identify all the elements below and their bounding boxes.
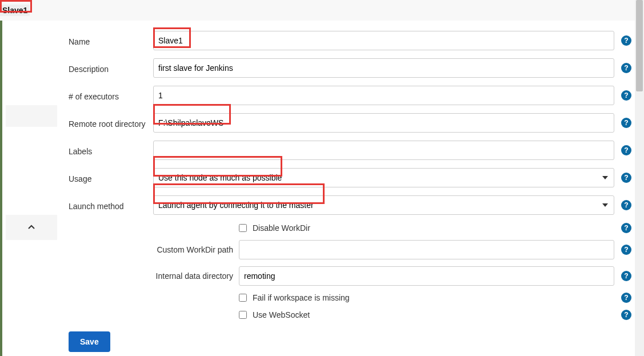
row-save: Save: [69, 331, 633, 352]
row-launch-method: Launch method Launch agent by connecting…: [69, 195, 633, 215]
label-internal-data-dir: Internal data directory: [153, 271, 239, 281]
help-icon[interactable]: ?: [621, 63, 631, 73]
sidebar-item[interactable]: [6, 105, 57, 127]
help-icon[interactable]: ?: [621, 118, 631, 128]
row-use-websocket: Use WebSocket ?: [153, 310, 633, 320]
sidebar: [0, 21, 57, 356]
input-name[interactable]: [153, 31, 614, 50]
input-custom-workdir[interactable]: [239, 240, 614, 259]
row-fail-if-missing: Fail if workspace is missing ?: [153, 293, 633, 303]
row-custom-workdir: Custom WorkDir path ?: [153, 240, 633, 259]
help-icon[interactable]: ?: [621, 310, 631, 320]
label-remote-root: Remote root directory: [69, 117, 153, 129]
help-icon[interactable]: ?: [621, 293, 631, 303]
scrollbar[interactable]: [635, 0, 644, 356]
help-icon[interactable]: ?: [621, 271, 631, 281]
input-internal-data-dir[interactable]: [239, 266, 614, 286]
input-labels[interactable]: [153, 141, 614, 160]
help-icon[interactable]: ?: [621, 35, 631, 46]
body-wrap: Name ? Description ? # of executors: [0, 21, 644, 356]
label-usage: Usage: [69, 172, 153, 183]
select-usage[interactable]: Use this node as much as possible: [153, 168, 614, 187]
help-icon[interactable]: ?: [621, 200, 631, 210]
chevron-up-icon: [27, 223, 35, 231]
save-button[interactable]: Save: [69, 331, 110, 352]
row-remote-root: Remote root directory ?: [69, 113, 633, 133]
checkbox-fail-if-missing[interactable]: [239, 294, 247, 302]
row-description: Description ?: [69, 58, 633, 78]
label-name: Name: [69, 35, 153, 46]
label-executors: # of executors: [69, 90, 153, 101]
input-executors[interactable]: [153, 86, 614, 105]
launch-method-subsection: Disable WorkDir ? Custom WorkDir path ? …: [153, 223, 633, 320]
label-description: Description: [69, 62, 153, 74]
label-use-websocket: Use WebSocket: [253, 310, 620, 319]
help-icon[interactable]: ?: [621, 145, 631, 155]
label-custom-workdir: Custom WorkDir path: [153, 245, 239, 254]
row-internal-data-dir: Internal data directory ?: [153, 266, 633, 286]
checkbox-disable-workdir[interactable]: [239, 224, 247, 232]
help-icon[interactable]: ?: [621, 173, 631, 183]
scrollbar-thumb[interactable]: [636, 0, 643, 91]
help-icon[interactable]: ?: [621, 90, 631, 101]
row-usage: Usage Use this node as much as possible …: [69, 168, 633, 187]
help-icon[interactable]: ?: [621, 223, 631, 233]
main-content: Name ? Description ? # of executors: [57, 21, 644, 356]
checkbox-use-websocket[interactable]: [239, 311, 247, 319]
input-description[interactable]: [153, 58, 614, 78]
input-remote-root[interactable]: [153, 113, 614, 133]
page-title: Slave1: [0, 5, 30, 16]
page-root: Slave1 Name ? Descr: [0, 0, 644, 356]
label-launch-method: Launch method: [69, 199, 153, 211]
row-executors: # of executors ?: [69, 86, 633, 105]
label-fail-if-missing: Fail if workspace is missing: [253, 293, 620, 302]
row-name: Name ?: [69, 31, 633, 50]
select-launch-method[interactable]: Launch agent by connecting it to the mas…: [153, 195, 614, 215]
sidebar-edge: [0, 21, 6, 356]
label-labels: Labels: [69, 145, 153, 156]
sidebar-collapse-button[interactable]: [6, 215, 57, 240]
help-icon[interactable]: ?: [621, 245, 631, 255]
row-disable-workdir: Disable WorkDir ?: [153, 223, 633, 233]
label-disable-workdir: Disable WorkDir: [253, 223, 620, 233]
row-labels: Labels ?: [69, 141, 633, 160]
header-bar: Slave1: [0, 0, 644, 21]
